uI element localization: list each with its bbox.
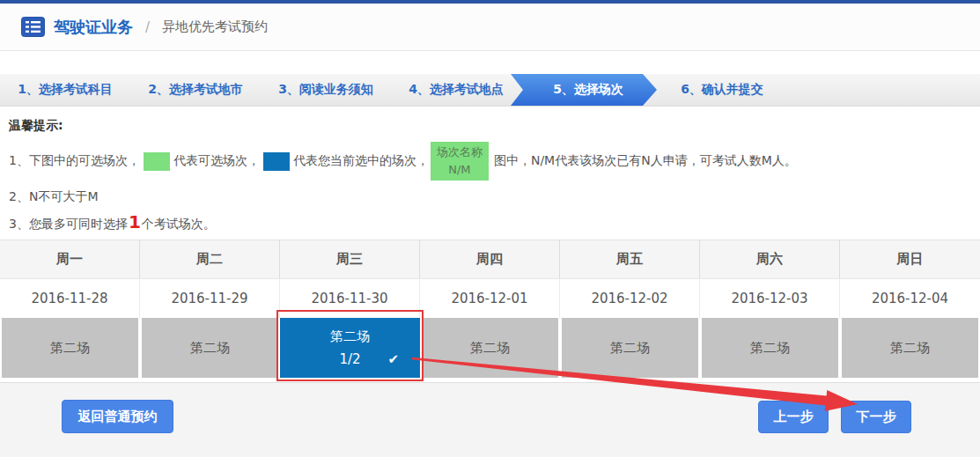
tip3-text-b: 个考试场次。 <box>142 217 216 232</box>
selected-session-ratio: 1/2 <box>339 351 360 367</box>
weekday-header: 周一 <box>0 240 140 278</box>
session-cell-tue: 第二场 <box>140 318 280 378</box>
breadcrumb-separator: / <box>145 19 150 35</box>
tip1-text-c: 代表您当前选中的场次， <box>293 153 429 169</box>
action-footer: 返回普通预约 上一步 下一步 <box>0 382 980 457</box>
date-cell: 2016-12-01 <box>420 279 560 318</box>
sample-session-name: 场次名称 <box>437 144 483 161</box>
weekday-header: 周三 <box>280 240 420 278</box>
tips-section: 温馨提示: 1、下图中的可选场次， 代表可选场次， 代表您当前选中的场次， 场次… <box>0 107 980 232</box>
session-cell-fri: 第二场 <box>560 318 700 378</box>
step-tab-4[interactable]: 4、选择考试地点 <box>391 74 521 106</box>
weekday-header: 周四 <box>420 240 560 278</box>
next-step-button[interactable]: 下一步 <box>841 401 911 433</box>
session-option[interactable]: 第二场 <box>142 318 278 378</box>
check-icon: ✔ <box>387 351 399 367</box>
date-cell: 2016-12-03 <box>700 279 840 318</box>
session-schedule-table: 周一 周二 周三 周四 周五 周六 周日 2016-11-28 2016-11-… <box>0 240 980 378</box>
session-cell-thu: 第二场 <box>420 318 560 378</box>
step-progress-bar: 1、选择考试科目 2、选择考试地市 3、阅读业务须知 4、选择考试地点 5、选择… <box>0 74 980 107</box>
step-tab-1[interactable]: 1、选择考试科目 <box>0 74 130 106</box>
weekday-header: 周二 <box>140 240 280 278</box>
tip-line-1: 1、下图中的可选场次， 代表可选场次， 代表您当前选中的场次， 场次名称 N/M… <box>9 142 971 181</box>
selected-session-option[interactable]: 第二场 1/2 ✔ <box>280 318 420 378</box>
date-cell: 2016-11-30 <box>280 279 420 318</box>
available-session-swatch <box>144 152 170 171</box>
date-cell: 2016-11-28 <box>0 279 140 318</box>
step-tab-5-active[interactable]: 5、选择场次 <box>511 74 657 106</box>
tip-line-3: 3、您最多可同时选择 1 个考试场次。 <box>9 213 971 232</box>
date-row: 2016-11-28 2016-11-29 2016-11-30 2016-12… <box>0 279 980 318</box>
tips-heading: 温馨提示: <box>9 118 971 134</box>
breadcrumb-section[interactable]: 驾驶证业务 <box>54 17 133 38</box>
weekday-header: 周五 <box>560 240 700 278</box>
session-option[interactable]: 第二场 <box>422 318 558 378</box>
nav-button-group: 上一步 下一步 <box>758 401 911 433</box>
step-tab-2[interactable]: 2、选择考试地市 <box>130 74 261 106</box>
session-option[interactable]: 第二场 <box>702 318 838 378</box>
session-sample-box: 场次名称 N/M <box>431 142 489 181</box>
weekday-header: 周日 <box>840 240 980 278</box>
step-tab-3[interactable]: 3、阅读业务须知 <box>261 74 391 106</box>
session-option[interactable]: 第二场 <box>842 318 978 378</box>
date-cell: 2016-12-02 <box>560 279 700 318</box>
previous-step-button[interactable]: 上一步 <box>758 401 829 433</box>
date-cell: 2016-11-29 <box>140 279 280 318</box>
session-row: 第二场 第二场 第二场 1/2 ✔ 第二场 第二场 第二场 第二场 <box>0 318 980 378</box>
back-to-normal-booking-button[interactable]: 返回普通预约 <box>62 400 173 433</box>
session-cell-wed-selected: 第二场 1/2 ✔ <box>280 318 420 378</box>
sample-session-ratio: N/M <box>448 161 470 179</box>
max-select-count: 1 <box>128 213 142 231</box>
selected-session-swatch <box>263 152 290 171</box>
tip1-text-d: 图中，N/M代表该场次已有N人申请，可考试人数M人。 <box>494 153 797 169</box>
list-icon <box>21 17 45 37</box>
weekday-header-row: 周一 周二 周三 周四 周五 周六 周日 <box>0 240 980 279</box>
date-cell: 2016-12-04 <box>840 279 980 318</box>
breadcrumb-page-title: 异地优先考试预约 <box>162 18 268 35</box>
session-option[interactable]: 第二场 <box>562 318 698 378</box>
step-tab-6[interactable]: 6、确认并提交 <box>657 74 787 106</box>
tip1-text-b: 代表可选场次， <box>173 153 260 169</box>
session-cell-mon: 第二场 <box>0 318 140 378</box>
weekday-header: 周六 <box>700 240 840 278</box>
tip-line-2: 2、N不可大于M <box>9 189 971 205</box>
session-cell-sat: 第二场 <box>700 318 840 378</box>
session-cell-sun: 第二场 <box>840 318 980 378</box>
page-header: 驾驶证业务 / 异地优先考试预约 <box>0 4 980 51</box>
spacer <box>0 51 980 74</box>
tip3-text-a: 3、您最多可同时选择 <box>9 217 128 232</box>
selected-session-name: 第二场 <box>330 328 370 345</box>
tip1-text-a: 1、下图中的可选场次， <box>9 153 140 169</box>
session-option[interactable]: 第二场 <box>2 318 138 378</box>
